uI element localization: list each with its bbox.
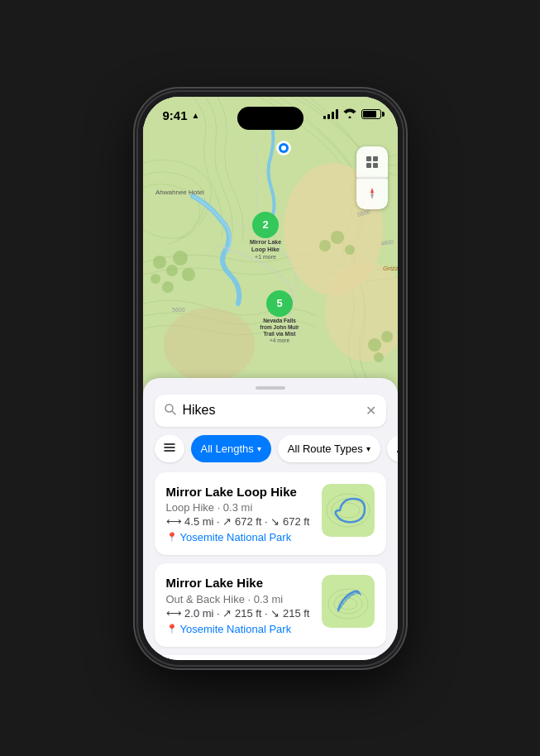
- svg-point-7: [173, 251, 188, 266]
- location-icon-2: 📍: [166, 624, 178, 634]
- wifi-icon: [343, 108, 356, 121]
- svg-rect-49: [322, 575, 375, 628]
- svg-rect-39: [373, 163, 378, 168]
- svg-text:5600: 5600: [172, 307, 185, 313]
- all-lengths-chevron-icon: ▾: [257, 444, 261, 453]
- svg-text:Ahwahnee Hotel: Ahwahnee Hotel: [155, 189, 204, 196]
- result-type-1: Loop Hike · 0.3 mi: [166, 501, 312, 514]
- svg-point-9: [182, 268, 195, 281]
- bottom-sheet: Hikes ✕ All Lengths: [143, 378, 398, 660]
- svg-point-8: [162, 281, 174, 293]
- result-thumb-1: [322, 484, 375, 537]
- result-info-2: Mirror Lake Hike Out & Back Hike · 0.3 m…: [166, 575, 312, 635]
- map-button-group: [356, 146, 388, 209]
- result-name-1: Mirror Lake Loop Hike: [166, 484, 312, 500]
- sheet-handle: [143, 378, 398, 395]
- svg-text:+4 more: +4 more: [269, 337, 289, 343]
- result-stats-2: ⟷ 2.0 mi · ↗ 215 ft · ↘ 215 ft: [166, 607, 312, 620]
- svg-point-12: [345, 245, 355, 255]
- all-route-types-chevron-icon: ▾: [366, 444, 370, 453]
- filter-pill-all-ele[interactable]: All Ele ▾: [387, 435, 398, 462]
- result-card-mirror-lake-loop[interactable]: Mirror Lake Loop Hike Loop Hike · 0.3 mi…: [155, 472, 386, 556]
- location-arrow-icon: ▲: [192, 111, 200, 120]
- signal-icon: [323, 109, 338, 119]
- result-info-1: Mirror Lake Loop Hike Loop Hike · 0.3 mi…: [166, 484, 312, 544]
- time-display: 9:41: [163, 108, 188, 122]
- status-icons: [323, 108, 381, 121]
- svg-point-20: [281, 146, 286, 151]
- svg-rect-38: [366, 163, 371, 168]
- dynamic-island: [237, 107, 303, 130]
- svg-point-10: [319, 240, 331, 251]
- svg-text:5: 5: [276, 297, 282, 309]
- filter-pill-hike-type[interactable]: [155, 435, 184, 462]
- result-card-mirror-lake-hike[interactable]: Mirror Lake Hike Out & Back Hike · 0.3 m…: [155, 563, 386, 647]
- search-icon: [165, 404, 176, 418]
- search-clear-button[interactable]: ✕: [366, 403, 376, 419]
- svg-point-5: [166, 265, 178, 276]
- result-location-1: 📍 Yosemite National Park: [166, 531, 312, 543]
- map-layers-button[interactable]: [356, 146, 388, 178]
- svg-point-4: [153, 256, 166, 269]
- compass-button[interactable]: [356, 178, 388, 209]
- svg-text:2: 2: [262, 218, 268, 231]
- filter-pill-all-route-types[interactable]: All Route Types ▾: [278, 435, 380, 462]
- map-area[interactable]: Ahwahnee Hotel Grizzly Peak 2 Mirror Lak…: [143, 97, 398, 395]
- svg-text:+1 more: +1 more: [255, 254, 276, 260]
- hike-type-icon: [163, 441, 176, 457]
- svg-text:Mirror Lake: Mirror Lake: [249, 239, 280, 245]
- all-route-types-label: All Route Types: [288, 443, 363, 455]
- svg-point-14: [381, 331, 393, 342]
- svg-point-3: [164, 308, 255, 382]
- svg-rect-37: [373, 156, 378, 161]
- svg-text:Grizzly Peak: Grizzly Peak: [383, 265, 398, 272]
- result-location-2: 📍 Yosemite National Park: [166, 623, 312, 635]
- result-name-2: Mirror Lake Hike: [166, 575, 312, 591]
- location-icon-1: 📍: [166, 532, 178, 543]
- result-card-nevada-falls[interactable]: Nevada Falls from John Mui—: [155, 655, 386, 660]
- svg-point-13: [368, 338, 381, 352]
- svg-line-41: [172, 411, 175, 414]
- stats-text-1: ⟷ 4.5 mi · ↗ 672 ft · ↘ 672 ft: [166, 515, 310, 528]
- sheet-handle-bar: [256, 386, 285, 390]
- filter-row: All Lengths ▾ All Route Types ▾ All Ele …: [143, 435, 398, 472]
- svg-rect-36: [366, 156, 371, 161]
- svg-text:Loop Hike: Loop Hike: [251, 246, 280, 253]
- svg-text:Nevada Falls: Nevada Falls: [263, 318, 296, 323]
- results-list: Mirror Lake Loop Hike Loop Hike · 0.3 mi…: [143, 472, 398, 660]
- svg-text:from John Muir: from John Muir: [260, 324, 299, 330]
- svg-point-6: [151, 274, 160, 284]
- svg-text:Trail via Mist: Trail via Mist: [263, 331, 296, 337]
- map-svg: Ahwahnee Hotel Grizzly Peak 2 Mirror Lak…: [143, 97, 398, 395]
- search-container: Hikes ✕: [143, 395, 398, 435]
- search-bar[interactable]: Hikes ✕: [155, 395, 386, 427]
- battery-icon: [361, 109, 381, 119]
- phone-screen: 9:41 ▲: [143, 97, 398, 660]
- all-lengths-label: All Lengths: [201, 443, 254, 455]
- svg-point-15: [374, 352, 384, 362]
- status-time: 9:41 ▲: [163, 108, 200, 122]
- map-style-buttons: [356, 146, 388, 209]
- result-type-2: Out & Back Hike · 0.3 mi: [166, 593, 312, 605]
- filter-pill-all-lengths[interactable]: All Lengths ▾: [191, 435, 271, 462]
- result-stats-1: ⟷ 4.5 mi · ↗ 672 ft · ↘ 672 ft: [166, 515, 312, 528]
- svg-point-11: [331, 231, 344, 244]
- phone-frame: 9:41 ▲: [138, 92, 403, 665]
- result-thumb-2: [322, 575, 375, 628]
- search-input-value[interactable]: Hikes: [183, 403, 359, 418]
- svg-rect-45: [322, 484, 375, 537]
- location-link-1[interactable]: Yosemite National Park: [180, 531, 292, 543]
- location-link-2[interactable]: Yosemite National Park: [180, 623, 292, 635]
- stats-text-2: ⟷ 2.0 mi · ↗ 215 ft · ↘ 215 ft: [166, 607, 310, 620]
- all-ele-label: All Ele: [397, 443, 398, 455]
